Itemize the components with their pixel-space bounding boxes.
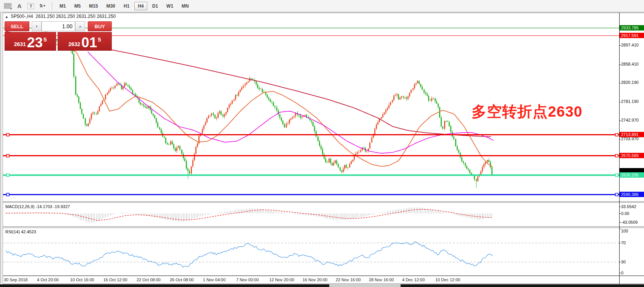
date-tick-label: 12 Nov 20:00	[269, 277, 294, 282]
timeframe-button-m30[interactable]: M30	[103, 2, 119, 10]
timeframe-button-w1[interactable]: W1	[163, 2, 177, 10]
rsi-scale-label: 30	[621, 260, 626, 264]
bottom-bar-segment	[329, 284, 401, 287]
support-badge: 2590.386	[620, 192, 644, 197]
macd-scale-label: 0.00	[621, 211, 629, 216]
window-left-edge	[0, 12, 3, 284]
text-label-icon[interactable]: A	[14, 2, 24, 10]
text-box-icon[interactable]: T	[27, 3, 34, 9]
sell-button[interactable]: SELL	[5, 21, 29, 31]
price-tick-label: 2858.410	[621, 62, 639, 66]
one-click-trade-panel: SELL ▼ ▲ BUY 2631 23 5 2632 01 5	[4, 21, 112, 51]
price-tick-label: 2781.190	[621, 99, 639, 104]
date-tick-label: 7 Nov 00:00	[236, 277, 259, 282]
ask-price-sup: 5	[98, 37, 101, 42]
date-tick-label: 28 Nov 16:00	[369, 277, 394, 282]
collapse-icon[interactable]: ▲	[5, 15, 8, 19]
buy-button[interactable]: BUY	[88, 21, 112, 31]
level-badge: 2670.589	[620, 153, 644, 158]
volume-decrease-button[interactable]: ▼	[32, 21, 42, 31]
macd-scale-label: 33.5542	[621, 204, 636, 209]
rsi-scale-label: 70	[621, 241, 626, 245]
ask-price-small: 2632	[68, 42, 80, 47]
window-bottom-bar	[0, 284, 644, 287]
price-tick-label: 2897.410	[621, 43, 639, 47]
symbol-timeframe-label: SP500-,H4	[11, 14, 33, 19]
timeframe-button-d1[interactable]: D1	[149, 2, 161, 10]
resistance-badge: 2917.591	[620, 33, 644, 38]
timeframe-button-m5[interactable]: M5	[71, 2, 84, 10]
price-tick-label: 2820.190	[621, 80, 639, 85]
toolbar: F A T ⇅▼ M1M5M15M30H1H4D1W1MN	[0, 0, 644, 12]
rsi-indicator-label: RSI(14) 42.4523	[5, 229, 36, 234]
rsi-scale-label: 100	[621, 229, 628, 233]
pivot-badge: 2630.295	[620, 172, 644, 178]
resistance-badge: 2933.785	[620, 25, 644, 30]
price-tick-label: 2703.970	[621, 136, 639, 141]
timeframe-button-h1[interactable]: H1	[120, 2, 133, 10]
macd-indicator-label: MACD(12,26,9) -14.1703 -19.9327	[5, 204, 70, 209]
ask-price-display: 2632 01 5	[58, 32, 112, 51]
macd-scale-label: -43.0509	[621, 220, 638, 224]
date-tick-label: 10 Dec 12:00	[435, 277, 460, 282]
date-tick-label: 4 Dec 12:00	[402, 277, 425, 282]
chart-text-annotation: 多空转折点2630	[472, 101, 583, 122]
rsi-scale-label: 0	[621, 271, 623, 275]
volume-input[interactable]	[42, 21, 75, 31]
timeframe-buttons: M1M5M15M30H1H4D1W1MN	[55, 2, 193, 10]
sort-arrows-icon[interactable]: ⇅▼	[37, 2, 47, 10]
bid-price-display: 2631 23 5	[5, 32, 56, 51]
date-tick-label: 16 Nov 20:00	[303, 277, 327, 282]
date-tick-label: 22 Oct 08:00	[137, 277, 161, 282]
dropdown-caret-icon[interactable]: ▼	[43, 4, 45, 8]
date-tick-label: 4 Oct 20:00	[37, 277, 59, 282]
toolbar-separator	[52, 2, 52, 10]
date-tick-label: 26 Oct 08:00	[170, 277, 194, 282]
chart-header: ▲SP500-,H4 2631.250 2631.250 2631.250 26…	[5, 14, 116, 19]
bid-price-small: 2631	[14, 42, 26, 47]
price-tick-label: 2742.970	[621, 118, 639, 122]
timeframe-button-m15[interactable]: M15	[85, 2, 101, 10]
date-tick-label: 10 Oct 16:00	[70, 277, 94, 282]
date-tick-label: 30 Sep 2018	[4, 277, 27, 282]
timeframe-button-m1[interactable]: M1	[56, 2, 69, 10]
level-badge: 2713.891	[620, 132, 644, 137]
timeframe-button-mn[interactable]: MN	[178, 2, 192, 10]
ohlc-values: 2631.250 2631.250 2631.250 2631.250	[35, 14, 116, 19]
date-tick-label: 22 Nov 16:00	[336, 277, 361, 282]
timeframe-button-h4[interactable]: H4	[134, 2, 147, 10]
date-tick-label: 1 Nov 04:00	[203, 277, 225, 282]
bid-price-sup: 5	[43, 37, 47, 42]
chart-grid-f-icon[interactable]: F	[4, 3, 11, 9]
volume-increase-button[interactable]: ▲	[75, 21, 85, 31]
ask-price-big: 01	[81, 37, 97, 48]
date-tick-label: 16 Oct 12:00	[103, 277, 127, 282]
bid-price-big: 23	[27, 37, 43, 48]
